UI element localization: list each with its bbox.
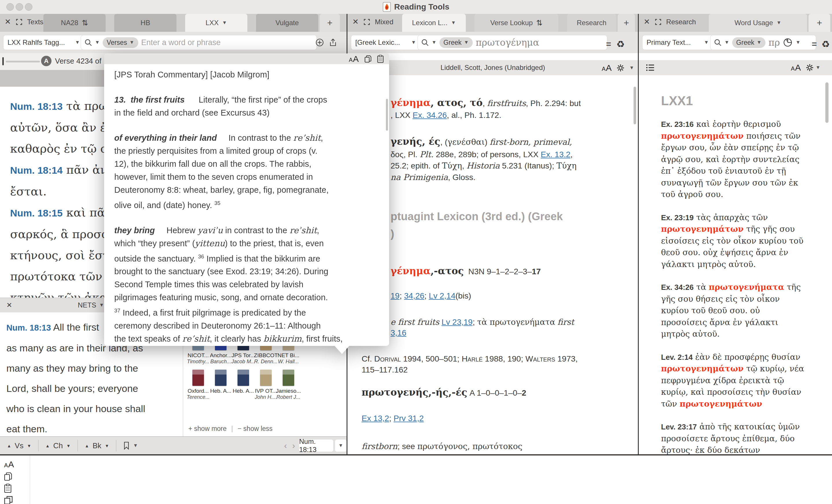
search-input[interactable]: Enter a word or phrase	[141, 38, 221, 47]
popup-scrollbar[interactable]	[386, 99, 388, 131]
search-icon[interactable]	[421, 39, 429, 46]
tab-research[interactable]: Research	[567, 14, 616, 32]
search-options-chevron-icon[interactable]: ▼	[432, 39, 437, 45]
search-input[interactable]: πρ	[769, 37, 780, 48]
reference-dropdown[interactable]: ▼	[335, 440, 346, 452]
search-field-right[interactable]: ▼ Greek▼ πρ ▼	[710, 35, 816, 50]
reference-link[interactable]: Prv 31,2	[394, 414, 424, 423]
module-selector-left[interactable]: LXX Rahlfs Tagg...▼	[3, 35, 84, 50]
history-back-icon[interactable]: ‹	[284, 441, 287, 451]
slider-track[interactable]	[6, 61, 40, 62]
show-more-link[interactable]: + show more	[188, 425, 227, 432]
search-field-middle[interactable]: ▼ Greek▼ πρωτογένημα	[418, 35, 607, 50]
resource-book[interactable]: Heb. A...	[209, 370, 232, 400]
close-zone-icon[interactable]: ✕	[5, 17, 11, 26]
close-zone-icon[interactable]: ✕	[644, 17, 650, 26]
verse-up-icon[interactable]: ▲	[7, 443, 11, 448]
book-stepper[interactable]: ▲ Bk ▼	[78, 441, 116, 450]
module-selector-middle[interactable]: [Greek Lexic...▼	[351, 35, 420, 50]
book-cover[interactable]	[283, 370, 294, 386]
clipboard-icon[interactable]	[377, 55, 384, 63]
expand-zone-icon[interactable]	[16, 19, 23, 25]
book-cover[interactable]	[192, 370, 204, 386]
search-options-chevron-icon[interactable]: ▼	[724, 39, 729, 45]
bookmark-icon[interactable]	[123, 442, 130, 450]
book-cover[interactable]	[237, 370, 249, 386]
text-size-icon[interactable]: AA	[4, 459, 14, 469]
search-options-chevron-icon[interactable]: ▼	[95, 39, 100, 45]
gear-icon[interactable]	[617, 64, 625, 72]
tab-nets[interactable]: NETS▼	[78, 301, 104, 309]
right-scrollbar[interactable]	[825, 82, 829, 123]
resource-book[interactable]: Heb. A...	[232, 370, 255, 400]
add-tab-button[interactable]: +	[618, 14, 635, 32]
verse-down-icon[interactable]: ▼	[27, 443, 31, 448]
search-field-left[interactable]: ▼ Verses▼ Enter a word or phrase	[81, 35, 316, 50]
text-size-icon[interactable]: AA	[349, 54, 359, 64]
reference-link[interactable]: Ex. 13.2	[541, 150, 571, 159]
book-cover[interactable]	[260, 370, 271, 386]
text-size-icon[interactable]: AA	[602, 63, 612, 73]
close-nets-icon[interactable]: ✕	[6, 301, 12, 309]
expand-zone-icon[interactable]	[363, 19, 370, 25]
list-icon[interactable]	[646, 64, 655, 72]
reference-input[interactable]: Num. 18:13	[299, 440, 333, 452]
reference-link[interactable]: Lv 23,19	[441, 317, 472, 327]
book-up-icon[interactable]: ▲	[85, 443, 89, 448]
expand-zone-icon[interactable]	[655, 19, 661, 25]
close-zone-icon[interactable]: ✕	[353, 17, 359, 26]
copy-icon[interactable]	[4, 472, 12, 481]
tab-word-usage[interactable]: Word Usage▼	[709, 14, 807, 32]
recycle-icon[interactable]: ♻	[822, 39, 830, 50]
history-forward-icon[interactable]: ›	[292, 441, 295, 451]
reference-link[interactable]: Ex. 34.26	[413, 111, 447, 120]
module-selector-right[interactable]: Primary Text...▼	[643, 35, 713, 50]
recycle-icon[interactable]: ♻	[617, 39, 625, 50]
chapter-up-icon[interactable]: ▲	[46, 443, 50, 448]
reference-link[interactable]: 3,16	[391, 328, 407, 337]
reference-link[interactable]: 34,26	[404, 291, 424, 300]
gear-chevron-icon[interactable]: ▼	[629, 65, 634, 71]
gear-chevron-icon[interactable]: ▼	[815, 65, 821, 71]
pie-chart-icon[interactable]	[783, 37, 792, 47]
reference-link[interactable]: Lv 2,14	[429, 291, 456, 300]
add-tab-button[interactable]: +	[320, 14, 340, 32]
pie-chevron-icon[interactable]: ▼	[796, 39, 801, 45]
verse-stepper[interactable]: ▲ Vs ▼	[0, 441, 38, 450]
tab-na28[interactable]: NA28⇅	[44, 14, 106, 32]
book-cover[interactable]	[215, 370, 227, 386]
search-scope-pill[interactable]: Verses▼	[103, 37, 138, 48]
show-less-link[interactable]: − show less	[237, 425, 272, 432]
book-down-icon[interactable]: ▼	[105, 443, 109, 448]
slider-handle[interactable]	[2, 57, 4, 65]
share-icon[interactable]	[329, 38, 337, 47]
add-tab-button[interactable]: +	[809, 14, 830, 32]
search-input[interactable]: πρωτογένημα	[475, 37, 539, 48]
search-lang-pill[interactable]: Greek▼	[439, 37, 473, 48]
tile-windows-icon[interactable]	[4, 496, 13, 504]
search-lang-pill[interactable]: Greek▼	[732, 37, 765, 48]
amplify-equals-icon[interactable]: =	[606, 39, 611, 49]
tab-lxx[interactable]: LXX▼	[185, 14, 248, 32]
bookmark-control[interactable]: ▼	[116, 442, 145, 450]
tab-verse-lookup[interactable]: Verse Lookup⇅	[474, 14, 558, 32]
reference-link[interactable]: 19	[391, 291, 399, 300]
search-icon[interactable]	[84, 39, 92, 46]
text-size-icon[interactable]: AA	[791, 63, 801, 73]
clipboard-icon[interactable]	[4, 484, 11, 493]
tab-hb[interactable]: HB	[114, 14, 177, 32]
chapter-down-icon[interactable]: ▼	[66, 443, 71, 448]
pane-divider[interactable]	[638, 14, 639, 455]
open-in-pane-icon[interactable]	[364, 55, 372, 63]
add-circle-icon[interactable]	[315, 38, 324, 47]
resource-book[interactable]: IVP OT...John H....	[255, 370, 277, 400]
amplify-equals-icon[interactable]: =	[812, 39, 817, 49]
tab-lexicon[interactable]: Lexicon L...▼	[402, 14, 466, 32]
tab-vulgate[interactable]: Vulgate	[256, 14, 318, 32]
gear-icon[interactable]	[806, 63, 814, 72]
search-icon[interactable]	[714, 39, 722, 46]
reference-link[interactable]: Ex 13,2	[362, 414, 389, 423]
resource-book[interactable]: Oxford...Terence...	[187, 370, 209, 400]
resource-book[interactable]: Jamieso...Robert J...	[277, 370, 300, 400]
chapter-stepper[interactable]: ▲ Ch ▼	[38, 441, 78, 450]
